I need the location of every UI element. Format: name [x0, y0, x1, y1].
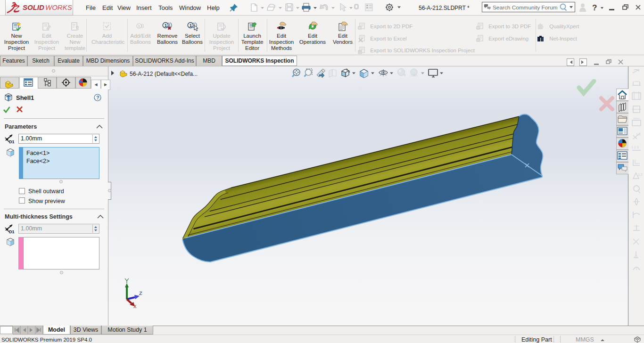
svg-text:D1: D1: [9, 229, 15, 234]
svg-text:SOLID: SOLID: [23, 3, 44, 11]
svg-text:1,2: 1,2: [636, 132, 641, 136]
svg-text:Z: Z: [139, 291, 142, 296]
svg-text:D1: D1: [9, 139, 15, 144]
svg-text:X: X: [133, 304, 137, 310]
svg-text:1: 1: [165, 23, 167, 28]
svg-text:WORKS: WORKS: [45, 3, 72, 11]
svg-text:1,2: 1,2: [638, 173, 643, 176]
svg-text:?: ?: [592, 3, 597, 12]
svg-text:?: ?: [96, 95, 99, 100]
svg-text:1 2 3: 1 2 3: [631, 146, 639, 149]
svg-text:1: 1: [190, 23, 192, 28]
svg-text:1: 1: [138, 24, 140, 28]
